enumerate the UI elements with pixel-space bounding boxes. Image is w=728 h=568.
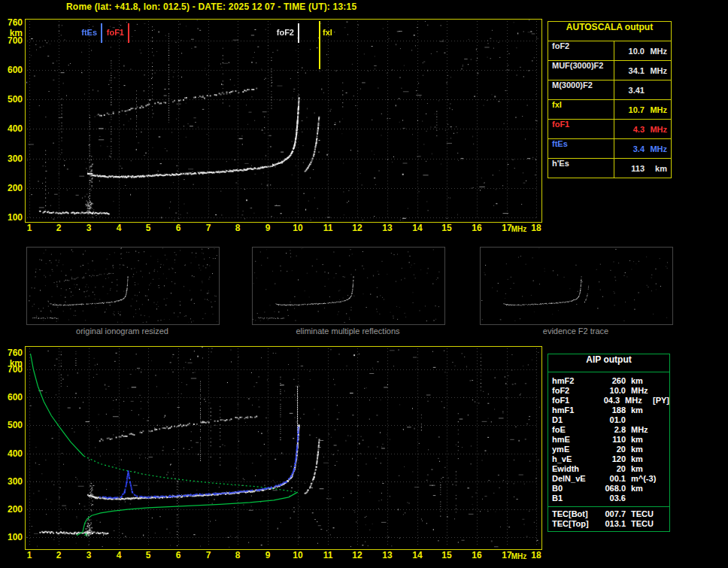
top-ytick-400: 400 [2,123,23,134]
top-xtick-11: 11 [319,223,337,233]
autoscala-row-value: 113km [614,159,671,178]
aip-row-unit: km [626,484,660,494]
marker-line-foF1 [128,23,129,43]
aip-row-h_vE: h_vE120km [548,454,669,464]
top-xtick-4: 4 [110,223,128,233]
bottom-xtick-6: 6 [169,550,187,560]
bottom-xtick-5: 5 [139,550,157,560]
aip-row-unit: MHz [620,396,651,405]
bottom-ytick-400: 400 [2,448,23,459]
autoscala-value: 113 [631,164,645,173]
thumbnail-f2-trace [480,247,673,325]
top-xtick-9: 9 [259,223,277,233]
aip-row-value: 20 [597,464,626,474]
top-xtick-8: 8 [229,223,247,233]
aip-row-name: hmF1 [548,405,597,415]
aip-row-name: TEC[Top] [548,519,597,529]
top-xtick-18: 18 [527,223,545,233]
autoscala-value: 10.0 [629,47,645,56]
ionogram-bottom-canvas [26,347,540,548]
autoscala-row-name: ftEs [548,139,614,158]
autoscala-unit: MHz [645,105,667,114]
aip-row-hmF2: hmF2260km [548,376,669,386]
bottom-xtick-4: 4 [110,550,128,560]
autoscala-row-value: 10.7MHz [614,100,671,119]
bottom-xtick-16: 16 [468,550,486,560]
aip-row-unit: km [626,376,660,386]
bottom-xtick-18: 18 [527,550,545,560]
aip-row-ymE: ymE20km [548,445,669,454]
autoscala-output-table: AUTOSCALA output foF210.0MHzMUF(3000)F23… [548,21,672,178]
aip-row-hmF1: hmF1188km [548,405,669,415]
autoscala-row-h'Es: h'Es113km [548,158,671,178]
autoscala-value: 10.7 [629,105,645,114]
bottom-ytick-500: 500 [2,420,23,430]
thumbnail-caption-original: original ionogram resized [26,327,218,336]
autoscala-unit: MHz [645,47,667,56]
autoscala-value: 4.3 [633,125,645,134]
autoscala-row-foF2: foF210.0MHz [548,41,671,60]
top-xtick-1: 1 [20,223,38,233]
aip-row-unit [626,415,660,425]
top-xtick-2: 2 [50,223,68,233]
aip-row-unit: km [626,435,660,445]
autoscala-unit: MHz [645,144,667,153]
ionogram-bottom-frame [25,346,542,550]
aip-row-foF2: foF210.0MHz [548,386,669,396]
aip-tec-separator [548,506,669,507]
autoscala-unit: km [645,164,667,173]
bottom-xtick-1: 1 [20,550,38,560]
marker-label-ftEs: ftEs [70,28,97,37]
aip-row-name: h_vE [548,454,597,464]
thumbnail-original-canvas [27,248,217,323]
bottom-ytick-700: 700 [2,364,23,375]
aip-row-B0: B0068.0km [548,484,669,494]
top-xtick-10: 10 [289,223,307,233]
aip-row-value: 120 [597,454,626,464]
aip-row-name: Ewidth [548,464,597,474]
autoscala-row-value: 4.3MHz [614,120,671,138]
top-xtick-6: 6 [169,223,187,233]
aip-row-note: [PY] [651,396,669,405]
aip-row-unit: MHz [626,425,660,435]
autoscala-row-M(3000)F2: M(3000)F23.41 [548,80,671,99]
bottom-xtick-3: 3 [80,550,98,560]
bottom-xaxis-unit: MHz [508,552,529,560]
ionogram-top-canvas [26,20,540,220]
aip-row-value: 260 [597,376,626,386]
autoscala-row-value: 3.41 [614,80,671,99]
thumbnail-f2-trace-canvas [481,248,671,323]
aip-row-Ewidth: Ewidth20km [548,464,669,474]
aip-row-value: 10.0 [597,386,626,396]
aip-row-unit [626,494,660,503]
aip-row-unit: TECU [626,509,660,519]
bottom-xtick-9: 9 [259,550,277,560]
autoscala-unit: MHz [645,66,667,75]
thumbnail-caption-multiple-reflections: eliminate multiple reflections [252,327,444,336]
autoscala-row-ftEs: ftEs3.4MHz [548,138,671,158]
autoscala-row-MUF(3000)F2: MUF(3000)F234.1MHz [548,60,671,80]
autoscala-row-fxI: fxI10.7MHz [548,99,671,119]
aip-row-value: 068.0 [597,484,626,494]
aip-row-DelN_vE: DelN_vE00.1m^(-3) [548,474,669,484]
autoscala-value: 3.41 [629,86,645,95]
top-xtick-13: 13 [378,223,396,233]
aip-row-D1: D101.0 [548,415,669,425]
aip-row-unit: TECU [626,519,660,529]
aip-row-name: D1 [548,415,597,425]
header-title: Rome (lat: +41.8, lon: 012.5) - DATE: 20… [66,2,356,12]
aip-row-unit: MHz [626,386,660,396]
aip-row-value: 110 [597,435,626,445]
aip-row-hmE: hmE110km [548,435,669,445]
bottom-xtick-15: 15 [438,550,456,560]
bottom-xtick-13: 13 [378,550,396,560]
autoscala-row-name: MUF(3000)F2 [548,61,614,80]
aip-row-name: hmE [548,435,597,445]
marker-label-foF1: foF1 [97,28,124,37]
autoscala-row-name: foF2 [548,41,614,60]
bottom-xtick-10: 10 [289,550,307,560]
autoscala-row-value: 3.4MHz [614,139,671,158]
thumbnail-multiple-reflections [252,247,445,325]
top-ytick-100: 100 [2,212,23,223]
autoscala-row-name: h'Es [548,159,614,178]
